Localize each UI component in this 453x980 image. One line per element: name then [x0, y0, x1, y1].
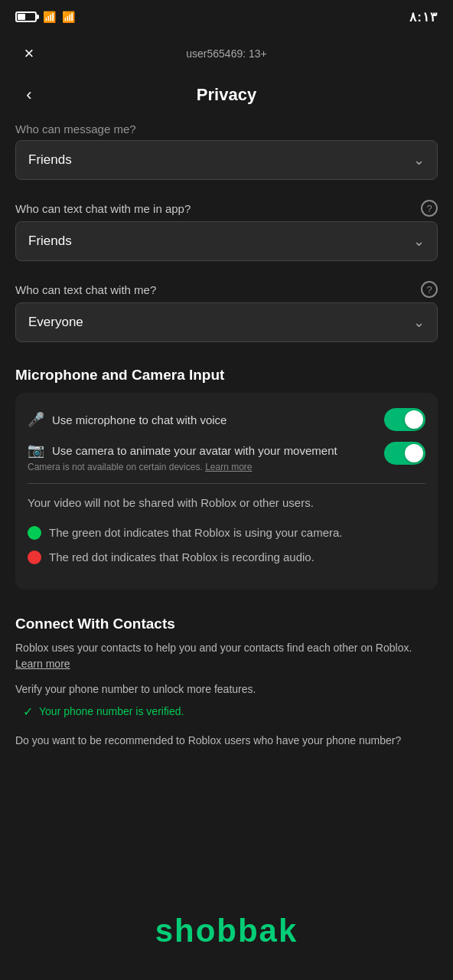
status-bar: 📶 📶 ٨:١٣ — [0, 0, 453, 34]
message-dropdown[interactable]: Friends ⌄ — [15, 140, 438, 180]
red-dot-text: The red dot indicates that Roblox is rec… — [49, 549, 314, 567]
camera-note-link[interactable]: Learn more — [205, 462, 252, 472]
text-chat-label: Who can text chat with me? — [15, 283, 156, 296]
connect-contacts-learn-more[interactable]: Learn more — [15, 658, 70, 670]
privacy-note: Your video will not be shared with Roblo… — [28, 495, 425, 512]
verify-text: Verify your phone number to unlock more … — [0, 680, 453, 701]
camera-note: Camera is not available on certain devic… — [28, 462, 375, 472]
text-chat-dropdown-value: Everyone — [28, 315, 83, 330]
text-chat-in-app-dropdown[interactable]: Friends ⌄ — [15, 221, 438, 261]
camera-toggle[interactable] — [384, 442, 425, 465]
page-header: ‹ Privacy — [0, 74, 453, 119]
text-chat-chevron: ⌄ — [413, 314, 425, 331]
text-chat-in-app-help-icon[interactable]: ? — [421, 200, 438, 217]
red-dot-info: The red dot indicates that Roblox is rec… — [28, 549, 425, 567]
watermark: shobbak — [0, 913, 453, 949]
signal-icon: 📶 — [62, 11, 75, 23]
connect-contacts-desc-text: Roblox uses your contacts to help you an… — [15, 642, 412, 654]
camera-toggle-row: 📷 Use camera to animate your avatar with… — [28, 442, 425, 472]
mic-camera-card: 🎤 Use microphone to chat with voice 📷 Us… — [15, 393, 438, 590]
mic-icon: 🎤 — [28, 411, 44, 428]
mic-toggle[interactable] — [384, 408, 425, 431]
wifi-icon: 📶 — [43, 11, 56, 23]
status-left: 📶 📶 — [15, 11, 75, 23]
text-chat-in-app-label: Who can text chat with me in app? — [15, 202, 191, 215]
camera-label-main: 📷 Use camera to animate your avatar with… — [28, 442, 375, 459]
mic-label-group: 🎤 Use microphone to chat with voice — [28, 411, 384, 428]
green-dot-indicator — [28, 526, 41, 540]
checkmark-icon: ✓ — [23, 704, 33, 719]
message-dropdown-chevron: ⌄ — [413, 152, 425, 168]
mic-toggle-row: 🎤 Use microphone to chat with voice — [28, 408, 425, 431]
connect-contacts-heading: Connect With Contacts — [0, 602, 453, 640]
page-title: Privacy — [197, 85, 256, 105]
message-dropdown-value: Friends — [28, 152, 72, 168]
user-label: user565469: 13+ — [186, 47, 266, 60]
back-button[interactable]: ‹ — [15, 81, 43, 109]
top-nav: × user565469: 13+ — [0, 34, 453, 74]
text-chat-in-app-chevron: ⌄ — [413, 233, 425, 250]
red-dot-indicator — [28, 550, 41, 564]
text-chat-in-app-section: Who can text chat with me in app? ? — [0, 192, 453, 221]
text-chat-section: Who can text chat with me? ? — [0, 273, 453, 302]
text-chat-in-app-dropdown-value: Friends — [28, 234, 72, 249]
verified-row: ✓ Your phone number is verified. — [0, 701, 453, 727]
who-can-message-label: Who can message me? — [0, 119, 453, 140]
mic-label-text: Use microphone to chat with voice — [52, 413, 384, 426]
status-time: ٨:١٣ — [409, 9, 438, 25]
mic-camera-heading: Microphone and Camera Input — [0, 354, 453, 393]
recommend-text: Do you want to be recommended to Roblox … — [0, 727, 453, 752]
camera-icon: 📷 — [28, 442, 44, 459]
verified-label: Your phone number is verified. — [39, 705, 184, 717]
green-dot-text: The green dot indicates that Roblox is u… — [49, 524, 343, 542]
green-dot-info: The green dot indicates that Roblox is u… — [28, 524, 425, 542]
connect-contacts-desc: Roblox uses your contacts to help you an… — [0, 640, 453, 680]
text-chat-help-icon[interactable]: ? — [421, 281, 438, 298]
camera-label-text: Use camera to animate your avatar with y… — [52, 444, 337, 457]
camera-note-text: Camera is not available on certain devic… — [28, 462, 203, 472]
close-button[interactable]: × — [15, 40, 43, 67]
text-chat-dropdown[interactable]: Everyone ⌄ — [15, 302, 438, 342]
camera-label-block: 📷 Use camera to animate your avatar with… — [28, 442, 375, 472]
battery-icon — [15, 11, 37, 22]
card-divider — [28, 483, 425, 484]
